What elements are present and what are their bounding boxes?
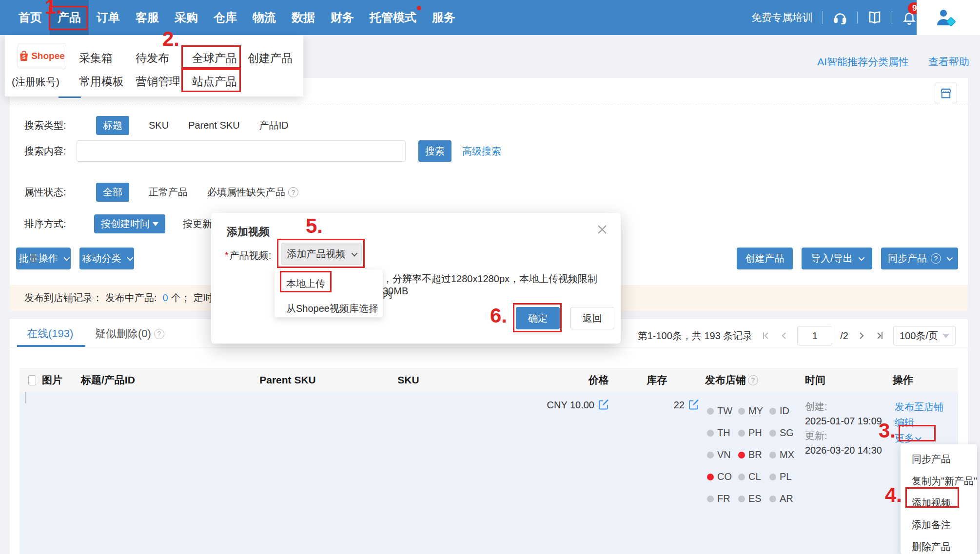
nav-item-warehouse[interactable]: 仓库	[206, 0, 245, 35]
select-all-checkbox[interactable]	[28, 375, 36, 385]
page-number-input[interactable]: 1	[797, 326, 832, 345]
site-id[interactable]: ID	[769, 400, 800, 422]
view-help-link[interactable]: 查看帮助	[928, 55, 969, 69]
search-button[interactable]: 搜索	[418, 140, 451, 162]
create-product-button[interactable]: 创建产品	[737, 248, 793, 269]
site-mx[interactable]: MX	[769, 444, 800, 466]
ctx-add-video[interactable]: 添加视频	[901, 492, 977, 514]
site-dot	[707, 452, 714, 458]
menu-item-templates[interactable]: 常用模板	[79, 74, 124, 89]
user-avatar[interactable]	[917, 0, 980, 35]
product-list-panel: 在线(193) 疑似删除(0) 第1-100条，共 193 条记录 1 /2 1…	[10, 319, 968, 554]
ctx-add-note[interactable]: 添加备注	[901, 514, 977, 536]
menu-item-marketing[interactable]: 营销管理	[136, 74, 180, 89]
sort-by-created[interactable]: 按创建时间	[94, 214, 165, 233]
sort-row: 排序方式: 按创建时间 按更新时间	[24, 214, 232, 233]
nav-item-hosting[interactable]: 托管模式	[362, 0, 424, 35]
page-size-select[interactable]: 100条/页	[893, 326, 956, 345]
site-th[interactable]: TH	[707, 422, 738, 444]
nav-right-group: 免费专属培训 99+	[751, 0, 917, 35]
help-icon[interactable]	[748, 375, 758, 385]
store-panel-button[interactable]	[935, 82, 957, 104]
attr-status-normal[interactable]: 正常产品	[149, 186, 188, 199]
site-ar[interactable]: AR	[769, 488, 800, 510]
advanced-search-link[interactable]: 高级搜索	[462, 145, 501, 158]
back-button[interactable]: 返回	[570, 307, 614, 329]
attr-status-missing[interactable]: 必填属性缺失产品	[207, 186, 298, 199]
site-tw[interactable]: TW	[707, 400, 738, 422]
nav-item-purchase[interactable]: 采购	[167, 0, 206, 35]
add-product-video-button[interactable]: 添加产品视频	[281, 243, 362, 265]
nav-item-data[interactable]: 数据	[284, 0, 323, 35]
move-category-button[interactable]: 移动分类	[79, 248, 134, 269]
edit-link[interactable]: 编辑	[895, 415, 955, 430]
row-checkbox[interactable]	[25, 392, 26, 403]
ctx-sync-product[interactable]: 同步产品	[901, 448, 977, 470]
site-sg[interactable]: SG	[769, 422, 800, 444]
shopee-account-card[interactable]: S Shopee	[18, 43, 66, 69]
help-icon[interactable]	[154, 329, 164, 339]
menu-item-collect-box[interactable]: 采集箱	[79, 51, 113, 66]
nav-item-service[interactable]: 客服	[128, 0, 167, 35]
search-type-product-id[interactable]: 产品ID	[259, 119, 289, 132]
local-upload-option[interactable]: 本地上传	[274, 269, 383, 290]
notifications[interactable]: 99+	[902, 10, 917, 25]
ctx-delete-product[interactable]: 删除产品	[901, 536, 977, 554]
menu-item-global-product[interactable]: 全球产品	[192, 51, 237, 66]
next-page-icon[interactable]	[856, 330, 867, 341]
search-input[interactable]	[77, 140, 406, 162]
col-title-id: 标题/产品ID	[78, 373, 224, 387]
nav-item-home[interactable]: 首页	[11, 0, 50, 35]
search-type-parent-sku[interactable]: Parent SKU	[188, 120, 240, 131]
help-icon[interactable]	[288, 187, 298, 197]
menu-item-to-publish[interactable]: 待发布	[136, 51, 169, 66]
training-link[interactable]: 免费专属培训	[751, 11, 813, 24]
site-es[interactable]: ES	[738, 488, 769, 510]
attr-status-all[interactable]: 全部	[96, 183, 129, 202]
nav-item-finance[interactable]: 财务	[323, 0, 362, 35]
publishing-count[interactable]: 0	[163, 292, 168, 304]
site-cl[interactable]: CL	[738, 466, 769, 488]
tab-suspected-delete[interactable]: 疑似删除(0)	[95, 326, 164, 341]
last-page-icon[interactable]	[875, 330, 885, 341]
menu-item-create-product[interactable]: 创建产品	[248, 51, 293, 66]
nav-item-services[interactable]: 服务	[424, 0, 463, 35]
edit-stock-icon[interactable]	[688, 399, 699, 410]
batch-operation-button[interactable]: 批量操作	[16, 248, 71, 269]
publish-to-shop-link[interactable]: 发布至店铺	[895, 399, 955, 415]
more-link[interactable]: 更多	[895, 430, 955, 446]
search-type-sku[interactable]: SKU	[149, 120, 169, 131]
shopee-video-library-option[interactable]: 从Shopee视频库选择	[274, 290, 383, 315]
site-fr[interactable]: FR	[707, 488, 738, 510]
prev-page-icon[interactable]	[779, 330, 789, 341]
tabs-divider	[10, 347, 968, 347]
page-size-value: 100条/页	[900, 329, 938, 343]
col-time: 时间	[802, 373, 890, 387]
nav-item-orders[interactable]: 订单	[89, 0, 128, 35]
site-ph[interactable]: PH	[738, 422, 769, 444]
tab-online[interactable]: 在线(193)	[27, 326, 73, 341]
edit-price-icon[interactable]	[598, 399, 609, 410]
cell-time: 创建: 2025-01-07 19:09 更新: 2026-03-20 14:3…	[802, 392, 890, 458]
first-page-icon[interactable]	[760, 330, 771, 341]
site-pl[interactable]: PL	[769, 466, 800, 488]
nav-item-logistics[interactable]: 物流	[245, 0, 284, 35]
sync-product-button[interactable]: 同步产品	[881, 248, 958, 269]
headset-icon[interactable]	[833, 10, 847, 25]
search-type-row: 搜索类型: 标题 SKU Parent SKU 产品ID	[24, 116, 289, 135]
menu-item-site-product[interactable]: 站点产品	[192, 74, 237, 89]
site-co[interactable]: CO	[707, 466, 738, 488]
nav-item-product[interactable]: 产品	[50, 0, 89, 35]
close-icon[interactable]	[596, 224, 608, 235]
search-type-title[interactable]: 标题	[96, 116, 129, 135]
book-icon[interactable]	[867, 10, 882, 25]
site-br[interactable]: BR	[738, 444, 769, 466]
site-my[interactable]: MY	[738, 400, 769, 422]
confirm-button[interactable]: 确定	[516, 307, 560, 329]
cell-stock: 22	[612, 392, 702, 411]
search-content-label: 搜索内容:	[24, 145, 77, 158]
import-export-button[interactable]: 导入/导出	[802, 248, 872, 269]
site-vn[interactable]: VN	[707, 444, 738, 466]
ctx-copy-as-new[interactable]: 复制为"新产品"	[901, 470, 977, 492]
ai-recommend-link[interactable]: AI智能推荐分类属性	[817, 55, 909, 69]
